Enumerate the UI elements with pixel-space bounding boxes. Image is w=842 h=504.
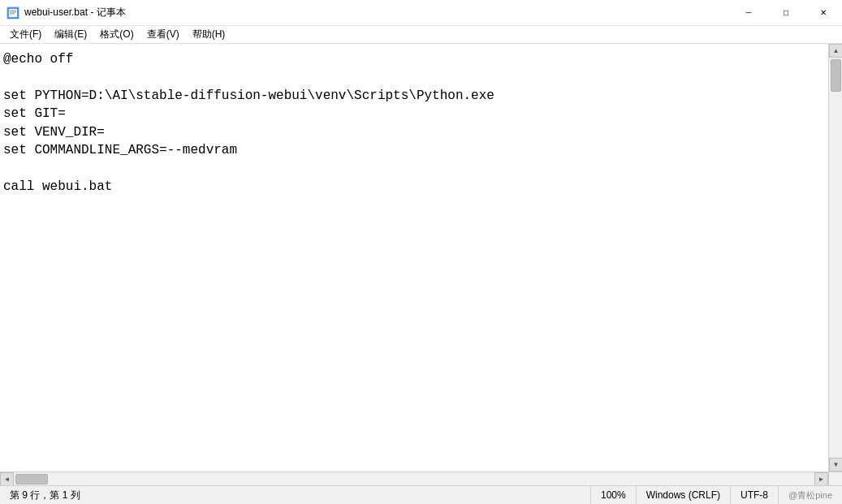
status-zoom: 100% [590, 486, 636, 504]
menu-bar: 文件(F) 编辑(E) 格式(O) 查看(V) 帮助(H) [0, 26, 842, 44]
minimize-button[interactable]: ─ [730, 0, 767, 26]
menu-edit[interactable]: 编辑(E) [48, 26, 93, 44]
close-button[interactable]: ✕ [805, 0, 842, 26]
status-encoding: UTF-8 [730, 486, 778, 504]
editor-scroll-area[interactable]: @echo off set PYTHON=D:\AI\stable-diffus… [0, 44, 828, 472]
window-title: webui-user.bat - 记事本 [24, 6, 126, 19]
editor-text[interactable]: @echo off set PYTHON=D:\AI\stable-diffus… [3, 50, 825, 196]
scroll-up-button[interactable]: ▲ [829, 44, 842, 58]
menu-view[interactable]: 查看(V) [140, 26, 186, 44]
menu-format[interactable]: 格式(O) [93, 26, 140, 44]
scroll-right-button[interactable]: ► [814, 472, 828, 486]
scroll-track-h[interactable] [14, 472, 814, 485]
editor-container: @echo off set PYTHON=D:\AI\stable-diffus… [0, 44, 842, 472]
scroll-thumb-v[interactable] [831, 59, 841, 92]
scroll-down-button[interactable]: ▼ [829, 458, 842, 472]
status-bar: 第 9 行，第 1 列 100% Windows (CRLF) UTF-8 @青… [0, 485, 842, 504]
menu-file[interactable]: 文件(F) [3, 26, 48, 44]
vertical-scrollbar[interactable]: ▲ ▼ [828, 44, 842, 472]
scrollbar-corner [828, 472, 842, 485]
status-line-ending: Windows (CRLF) [636, 486, 730, 504]
notepad-app-icon [6, 6, 19, 19]
scroll-thumb-h[interactable] [15, 474, 48, 485]
scroll-track-v[interactable] [829, 58, 842, 458]
menu-help[interactable]: 帮助(H) [186, 26, 232, 44]
title-bar: webui-user.bat - 记事本 ─ □ ✕ [0, 0, 842, 26]
title-bar-left: webui-user.bat - 记事本 [6, 6, 126, 19]
scroll-left-button[interactable]: ◄ [0, 472, 14, 486]
status-watermark: @青松pine [778, 486, 842, 504]
horizontal-scrollbar-container: ◄ ► [0, 472, 842, 485]
status-position: 第 9 行，第 1 列 [0, 486, 590, 504]
horizontal-scrollbar[interactable]: ◄ ► [0, 472, 828, 485]
maximize-button[interactable]: □ [767, 0, 805, 26]
window-controls: ─ □ ✕ [730, 0, 842, 26]
